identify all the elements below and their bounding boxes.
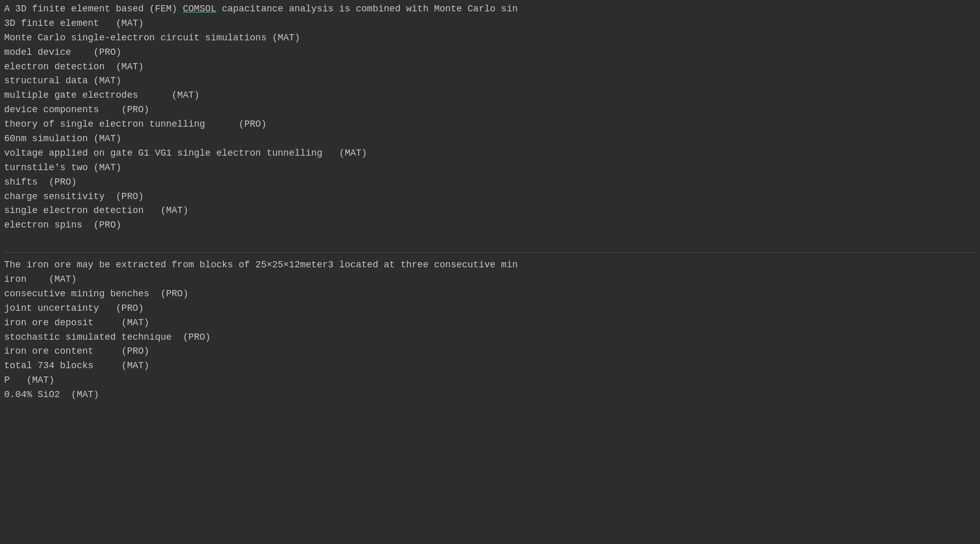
item-s2-7: total 734 blocks (MAT)	[4, 359, 976, 373]
item-15: electron spins (PRO)	[4, 218, 976, 233]
item-7: device components (PRO)	[4, 103, 976, 117]
item-s2-8: P (MAT)	[4, 373, 976, 388]
section2-intro: The iron ore may be extracted from block…	[4, 258, 976, 273]
item-10: voltage applied on gate G1 VG1 single el…	[4, 146, 976, 161]
item-9: 60nm simulation (MAT)	[4, 132, 976, 146]
item-2: Monte Carlo single-electron circuit simu…	[4, 31, 976, 46]
item-s2-3: joint uncertainty (PRO)	[4, 301, 976, 316]
item-13: charge sensitivity (PRO)	[4, 190, 976, 204]
section-divider	[4, 252, 976, 253]
comsol-link[interactable]: COMSOL	[183, 4, 217, 14]
spacer1	[4, 233, 976, 247]
item-s2-2: consecutive mining benches (PRO)	[4, 287, 976, 301]
item-s2-1: iron (MAT)	[4, 273, 976, 287]
item-s2-9: 0.04% SiO2 (MAT)	[4, 388, 976, 402]
section1-intro: A 3D finite element based (FEM) COMSOL c…	[4, 2, 976, 17]
item-5: structural data (MAT)	[4, 74, 976, 88]
item-12: shifts (PRO)	[4, 175, 976, 190]
item-11: turnstile's two (MAT)	[4, 161, 976, 175]
item-4: electron detection (MAT)	[4, 60, 976, 74]
item-1: 3D finite element (MAT)	[4, 17, 976, 31]
item-3: model device (PRO)	[4, 46, 976, 60]
item-s2-4: iron ore deposit (MAT)	[4, 316, 976, 330]
main-content: A 3D finite element based (FEM) COMSOL c…	[0, 0, 980, 404]
item-14: single electron detection (MAT)	[4, 204, 976, 218]
item-8: theory of single electron tunnelling (PR…	[4, 117, 976, 132]
item-6: multiple gate electrodes (MAT)	[4, 88, 976, 103]
item-s2-6: iron ore content (PRO)	[4, 344, 976, 359]
item-s2-5: stochastic simulated technique (PRO)	[4, 330, 976, 345]
